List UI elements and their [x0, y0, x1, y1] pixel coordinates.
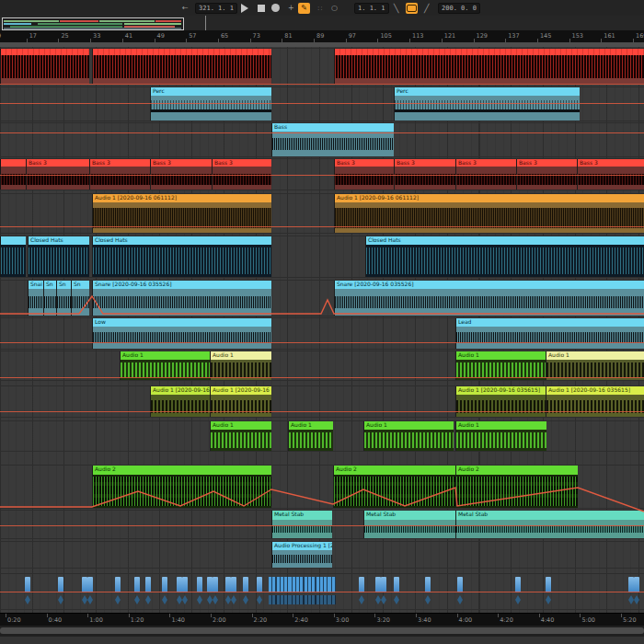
midi-note[interactable]	[425, 577, 431, 592]
midi-note[interactable]	[359, 577, 364, 592]
midi-note[interactable]	[381, 577, 386, 592]
clip-audio-1[interactable]: Audio 1	[288, 421, 333, 451]
clip-closed-hats[interactable]	[0, 236, 26, 277]
automation-line[interactable]	[0, 342, 644, 343]
clip-label: Audio 1 [2020-09-16 035615]	[211, 386, 271, 394]
clip-metal-stab[interactable]: Metal Stab	[455, 511, 644, 538]
midi-note[interactable]	[58, 577, 63, 592]
grid-button[interactable]: ::	[317, 2, 324, 14]
horizontal-scrollbar-handle[interactable]	[0, 627, 644, 634]
clip-bass[interactable]: Bass	[271, 123, 394, 156]
clip-audio-1[interactable]: Audio 1	[210, 351, 271, 380]
overview-segment	[99, 20, 155, 22]
automation-line[interactable]	[0, 377, 644, 378]
midi-note-cluster[interactable]	[269, 577, 336, 592]
clip-perc[interactable]: Perc	[394, 87, 580, 121]
automation-line[interactable]	[0, 175, 644, 176]
clip-audio-1[interactable]: Audio 1	[363, 421, 454, 451]
clip-header: Sn	[44, 281, 56, 289]
automation-line[interactable]	[0, 411, 644, 412]
midi-note[interactable]	[25, 577, 30, 592]
midi-note[interactable]	[115, 577, 121, 592]
punch-in-button[interactable]: ╲	[394, 2, 398, 14]
follow-arrow-icon[interactable]: ←	[182, 2, 189, 14]
loop-length-field[interactable]: 200. 0. 0	[438, 3, 480, 14]
clip-metal-stab[interactable]: Metal Stab	[363, 511, 455, 538]
clip-low[interactable]: Low	[92, 318, 271, 349]
automation-line[interactable]	[0, 132, 644, 133]
automation-line[interactable]	[0, 592, 644, 592]
clip-lead[interactable]: Lead	[455, 318, 644, 349]
draw-mode-button[interactable]: ✎	[298, 3, 310, 14]
clip-sn[interactable]: Sn	[56, 281, 71, 316]
midi-note[interactable]	[162, 577, 167, 592]
clip-waveform	[1, 55, 89, 78]
midi-note[interactable]	[231, 577, 236, 592]
midi-note[interactable]	[457, 577, 463, 592]
clip-audio-2[interactable]: Audio 2	[333, 466, 455, 508]
time-tick	[6, 614, 6, 617]
midi-note[interactable]	[243, 577, 248, 592]
clip-body	[27, 167, 89, 190]
clip-snare-2020-09-16-035526[interactable]: Snare [2020-09-16 035526]	[334, 281, 644, 316]
midi-note[interactable]	[182, 577, 188, 592]
automation-line[interactable]	[0, 103, 644, 104]
clip-audio-1-2020-09-16-035615[interactable]: Audio 1 [2020-09-16 035615]	[455, 386, 546, 417]
midi-note[interactable]	[134, 577, 140, 592]
automation-arm-button[interactable]: ○	[331, 2, 338, 14]
midi-note[interactable]	[394, 577, 399, 592]
clip-sn[interactable]: Sn	[71, 281, 89, 316]
stop-button[interactable]	[258, 2, 265, 14]
automation-line[interactable]	[0, 525, 644, 526]
midi-note[interactable]	[546, 577, 551, 592]
clip-drums-red[interactable]	[92, 49, 271, 84]
clip-audio-1-2020-09-16-035615[interactable]: Audio 1 [2020-09-16 035615]	[210, 386, 271, 417]
clip-closed-hats[interactable]: Closed Hats	[92, 236, 271, 277]
midi-note[interactable]	[87, 577, 93, 592]
clip-audio-1[interactable]: Audio 1	[120, 351, 210, 380]
clip-snare-2020-09-16-035526[interactable]: Snare [2020-09-16 035526]	[92, 281, 271, 316]
record-button[interactable]	[271, 2, 280, 14]
clip-audio-1[interactable]: Audio 1	[455, 351, 546, 380]
track-lane-audio1-c: Audio 1Audio 1Audio 1Audio 1	[0, 420, 644, 452]
punch-out-button[interactable]: ╱	[424, 2, 429, 14]
clip-waveform	[334, 477, 455, 506]
time-tick	[457, 614, 458, 617]
clip-sn[interactable]: Sn	[43, 281, 56, 316]
clip-snai[interactable]: Snai	[28, 281, 43, 316]
automation-line[interactable]	[0, 84, 644, 85]
arrangement-position-field[interactable]: 321. 1. 1	[195, 3, 237, 14]
clip-audio-1[interactable]: Audio 1	[210, 421, 271, 451]
overview-segment	[38, 23, 122, 25]
time-ruler[interactable]: 0:200:401:001:201:402:002:202:403:003:20…	[0, 613, 644, 627]
clip-header: Low	[93, 318, 271, 327]
clip-audio-1[interactable]: Audio 1	[455, 421, 546, 451]
automation-line[interactable]	[0, 226, 644, 227]
clip-audio-2[interactable]: Audio 2	[455, 466, 578, 508]
midi-note[interactable]	[145, 577, 151, 592]
clip-audio-1-2020-09-16-035615[interactable]: Audio 1 [2020-09-16 035615]	[546, 386, 644, 417]
loop-start-field[interactable]: 1. 1. 1	[354, 3, 389, 14]
clip-header: Audio 1	[121, 351, 210, 360]
midi-note[interactable]	[257, 577, 262, 592]
clip-audio-1[interactable]: Audio 1	[546, 351, 644, 380]
bar-label: 105	[380, 32, 391, 40]
midi-note[interactable]	[213, 577, 218, 592]
midi-note[interactable]	[634, 577, 639, 592]
clip-audio-1-2020-09-16-035615[interactable]: Audio 1 [2020-09-16 035615]	[150, 386, 210, 417]
new-button[interactable]: +	[288, 2, 294, 14]
clip-closed-hats[interactable]: Closed Hats	[365, 236, 644, 277]
clip-perc[interactable]: Perc	[150, 87, 271, 121]
clip-drums-red[interactable]	[334, 49, 644, 84]
clip-audio-processing-1-20[interactable]: Audio Processing 1 [20	[271, 542, 332, 568]
clip-drums-red[interactable]	[0, 49, 89, 84]
clip-metal-stab[interactable]: Metal Stab	[271, 511, 332, 538]
clip-audio-2[interactable]: Audio 2	[92, 466, 271, 508]
midi-note[interactable]	[197, 577, 202, 592]
play-button[interactable]	[241, 2, 248, 14]
bar-ruler[interactable]: 9172533414957657381899710511312112913714…	[0, 30, 644, 43]
arrangement-overview[interactable]	[2, 17, 184, 30]
midi-note[interactable]	[515, 577, 521, 592]
loop-button[interactable]	[406, 3, 418, 14]
clip-closed-hats[interactable]: Closed Hats	[28, 236, 89, 277]
